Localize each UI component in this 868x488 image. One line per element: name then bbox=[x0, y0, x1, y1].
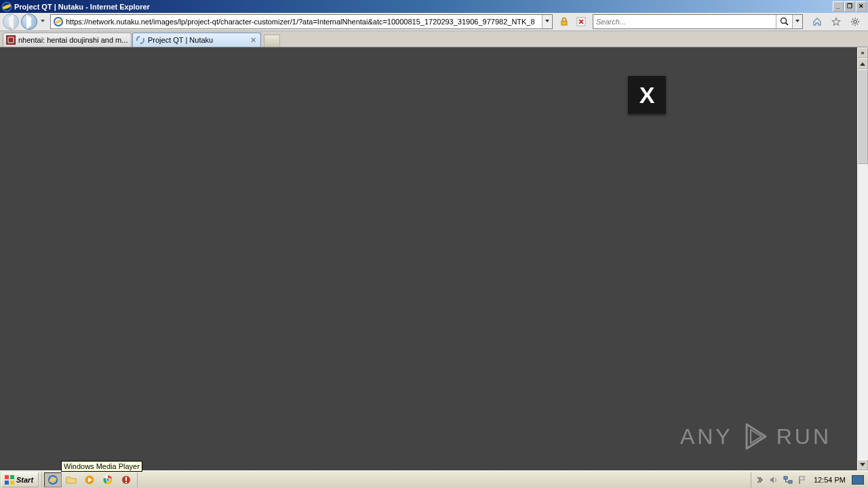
tab-close-button[interactable]: ✕ bbox=[249, 36, 258, 45]
back-button[interactable] bbox=[3, 14, 19, 30]
network-icon[interactable] bbox=[783, 474, 793, 485]
tray-clock[interactable]: 12:54 PM bbox=[811, 476, 848, 484]
page-content: X ANY RUN bbox=[0, 47, 857, 470]
tab-loading-icon bbox=[136, 35, 145, 45]
windows-logo-icon bbox=[4, 474, 15, 485]
close-button[interactable]: ✕ bbox=[856, 1, 867, 12]
svg-point-6 bbox=[781, 18, 786, 24]
svg-rect-20 bbox=[10, 475, 14, 479]
svg-rect-22 bbox=[10, 481, 14, 485]
lock-icon[interactable] bbox=[557, 14, 572, 29]
svg-line-16 bbox=[852, 24, 853, 24]
quicklaunch-ie[interactable] bbox=[44, 472, 62, 487]
address-bar[interactable]: https://network.nutaku.net/images/lp/pro… bbox=[50, 14, 553, 29]
svg-rect-30 bbox=[125, 476, 127, 481]
svg-line-13 bbox=[852, 19, 853, 20]
svg-point-28 bbox=[106, 478, 110, 481]
recent-pages-dropdown[interactable] bbox=[39, 20, 46, 24]
vertical-scrollbar[interactable]: » bbox=[857, 47, 868, 470]
scroll-down-button[interactable] bbox=[857, 460, 868, 470]
ie-icon bbox=[1, 1, 12, 12]
scroll-chevrons-icon[interactable]: » bbox=[857, 47, 868, 58]
svg-point-18 bbox=[137, 37, 144, 43]
site-favicon-icon bbox=[53, 16, 64, 27]
window-titlebar: Project QT | Nutaku - Internet Explorer … bbox=[0, 0, 868, 13]
browser-toolbar: https://network.nutaku.net/images/lp/pro… bbox=[0, 13, 868, 31]
quicklaunch-explorer[interactable] bbox=[62, 472, 80, 487]
quicklaunch-wmp[interactable] bbox=[81, 472, 98, 487]
quicklaunch-chrome[interactable] bbox=[99, 472, 117, 487]
volume-icon[interactable] bbox=[768, 474, 779, 485]
tray-expand-icon[interactable] bbox=[754, 474, 765, 485]
svg-rect-33 bbox=[789, 481, 792, 483]
flag-icon[interactable] bbox=[797, 474, 808, 485]
tab-title: Project QT | Nutaku bbox=[148, 36, 246, 44]
taskbar: Start 12:54 PM bbox=[0, 470, 868, 488]
tab-favicon-icon bbox=[6, 35, 16, 45]
tab-background[interactable]: nhentai: hentai doujinshi and m... bbox=[3, 33, 132, 47]
scroll-up-button[interactable] bbox=[857, 58, 868, 69]
search-input[interactable] bbox=[593, 18, 776, 26]
address-dropdown[interactable] bbox=[542, 15, 552, 28]
favorites-button[interactable] bbox=[829, 14, 844, 29]
ad-close-label: X bbox=[639, 82, 655, 108]
start-button[interactable]: Start bbox=[1, 472, 39, 487]
minimize-button[interactable]: _ bbox=[833, 1, 844, 12]
svg-rect-4 bbox=[561, 21, 567, 25]
search-provider-dropdown[interactable] bbox=[792, 15, 802, 28]
svg-rect-31 bbox=[125, 482, 127, 483]
address-text[interactable]: https://network.nutaku.net/images/lp/pro… bbox=[66, 18, 542, 26]
quick-launch-bar bbox=[41, 472, 138, 487]
scroll-track[interactable] bbox=[857, 69, 868, 460]
ad-close-overlay[interactable]: X bbox=[628, 76, 666, 114]
watermark-text-left: ANY bbox=[680, 424, 733, 449]
scroll-thumb[interactable] bbox=[857, 69, 868, 164]
refresh-stop-button[interactable] bbox=[574, 14, 589, 29]
svg-line-14 bbox=[857, 24, 858, 24]
svg-rect-32 bbox=[784, 476, 787, 479]
svg-rect-19 bbox=[5, 475, 9, 479]
taskbar-tooltip: Windows Media Player bbox=[61, 461, 142, 472]
tab-active[interactable]: Project QT | Nutaku ✕ bbox=[132, 33, 261, 47]
svg-point-8 bbox=[854, 20, 856, 23]
play-triangle-icon bbox=[738, 420, 771, 453]
home-button[interactable] bbox=[810, 14, 825, 29]
search-box[interactable] bbox=[593, 14, 803, 29]
search-button[interactable] bbox=[776, 15, 792, 28]
tooltip-text: Windows Media Player bbox=[64, 462, 140, 470]
forward-button[interactable] bbox=[21, 14, 37, 30]
show-desktop-button[interactable] bbox=[852, 475, 864, 485]
svg-rect-17 bbox=[6, 35, 16, 45]
system-tray: 12:54 PM bbox=[751, 472, 867, 487]
svg-line-7 bbox=[785, 23, 788, 26]
tab-bar: nhentai: hentai doujinshi and m... Proje… bbox=[0, 31, 868, 47]
tab-title: nhentai: hentai doujinshi and m... bbox=[18, 36, 128, 44]
maximize-button[interactable]: ❐ bbox=[844, 1, 855, 12]
new-tab-button[interactable] bbox=[264, 35, 280, 47]
browser-viewport: X ANY RUN » bbox=[0, 47, 868, 470]
svg-rect-21 bbox=[5, 481, 9, 485]
tools-button[interactable] bbox=[848, 14, 863, 29]
anyrun-watermark: ANY RUN bbox=[680, 420, 831, 453]
forward-arrow-icon bbox=[24, 18, 35, 26]
svg-line-15 bbox=[857, 19, 858, 20]
watermark-text-right: RUN bbox=[776, 424, 831, 449]
start-label: Start bbox=[16, 476, 33, 484]
window-title: Project QT | Nutaku - Internet Explorer bbox=[14, 3, 833, 11]
back-arrow-icon bbox=[5, 18, 16, 26]
quicklaunch-shield[interactable] bbox=[117, 472, 135, 487]
